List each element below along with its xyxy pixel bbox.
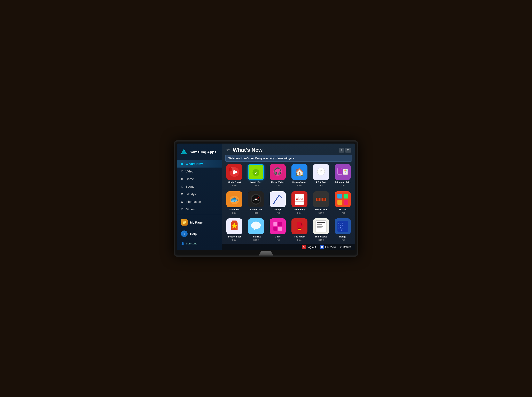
app-item-puzzle[interactable]: PuzzleFree: [333, 191, 353, 217]
app-item-best-of-best[interactable]: Best of BestFree: [225, 218, 244, 244]
sidebar-item-others[interactable]: Others: [177, 205, 222, 213]
app-item-movie-chart[interactable]: Movie ChartFree: [225, 164, 244, 189]
app-item-dictionary[interactable]: abcDictionaryFree: [290, 191, 309, 217]
logout-label: Log-out: [307, 245, 316, 248]
app-item-pride-pri[interactable]: 🃏Pride and Pri...Free: [333, 164, 353, 189]
app-icon-title-match: 🥊: [291, 218, 307, 234]
main-header: ☆ What's New ≡ ⊞: [222, 143, 355, 155]
app-icon-graphic-home-center: 🏠: [291, 164, 307, 180]
app-name-home-center: Home Center: [292, 181, 306, 184]
app-name-movie-chart: Movie Chart: [228, 181, 241, 184]
app-item-topic-news[interactable]: Topic News$4.99: [311, 218, 331, 244]
list-view-button[interactable]: B List View: [320, 245, 336, 249]
app-icon-talk-box: [248, 218, 264, 234]
sidebar-item-video[interactable]: Video: [177, 167, 222, 175]
svg-point-19: [321, 171, 322, 173]
app-icon-pga-golf: [313, 164, 329, 180]
app-price-topic-news: $4.99: [318, 239, 324, 241]
logout-button[interactable]: A Log-out: [302, 245, 316, 249]
svg-point-44: [317, 198, 320, 201]
app-icon-graphic-title-match: 🥊: [291, 218, 307, 234]
app-price-movie-chart: Free: [232, 185, 237, 187]
app-name-puzzle: Puzzle: [339, 208, 346, 211]
sidebar-item-help[interactable]: ? Help: [177, 228, 222, 240]
app-item-title-match[interactable]: 🥊Title MatchFree: [290, 218, 309, 244]
svg-text:♪: ♪: [255, 169, 257, 175]
svg-rect-49: [337, 200, 342, 205]
app-item-design[interactable]: DesignFree: [268, 191, 288, 217]
app-item-world-tour[interactable]: World Tour$2.99: [311, 191, 331, 217]
app-price-world-tour: $2.99: [318, 212, 324, 214]
app-item-cube[interactable]: CubeFree: [268, 218, 288, 244]
sidebar-header: Samsung Apps: [177, 147, 222, 160]
svg-text:abc: abc: [296, 196, 303, 201]
app-item-fishbowl[interactable]: 🐟FishbowlFree: [225, 191, 244, 217]
app-price-title-match: Free: [298, 239, 302, 241]
list-view-toggle[interactable]: ≡: [339, 148, 344, 153]
app-icon-movie-chart: [226, 164, 242, 180]
return-label: Return: [343, 245, 351, 248]
app-name-cube: Cube: [275, 236, 281, 238]
svg-text:🏠: 🏠: [295, 168, 304, 177]
app-item-pga-golf[interactable]: PGA GolfFree: [311, 164, 331, 189]
app-item-talk-box[interactable]: Talk Box$0.99: [246, 218, 266, 244]
svg-rect-62: [278, 227, 282, 231]
sidebar: Samsung Apps What's NewVideoGameSportsLi…: [177, 143, 222, 250]
app-item-music-video[interactable]: 🎧Music VideoFree: [268, 164, 288, 189]
svg-rect-48: [344, 194, 348, 198]
app-icon-graphic-design: [270, 191, 286, 207]
return-icon: ↩: [340, 245, 342, 248]
app-icon-graphic-world-tour: [313, 191, 329, 207]
sidebar-item-sports[interactable]: Sports: [177, 183, 222, 190]
app-item-home-center[interactable]: 🏠Home CenterFree: [290, 164, 309, 189]
app-icon-graphic-speed-test: [248, 191, 264, 207]
app-price-speed-test: Free: [254, 212, 258, 214]
app-price-fishbowl: Free: [232, 212, 237, 214]
tv-stand-neck: [254, 251, 278, 255]
app-price-cube: Free: [276, 239, 280, 241]
help-question-mark: ?: [184, 232, 185, 236]
sidebar-item-game[interactable]: Game: [177, 175, 222, 183]
nav-dot: [181, 201, 183, 203]
app-price-pride-pri: Free: [341, 185, 345, 187]
a-badge: A: [302, 245, 306, 249]
app-icon-graphic-range: 1 2 34 5 67 8 90: [335, 218, 351, 234]
nav-list: What's NewVideoGameSportsLifestyleInform…: [177, 160, 222, 213]
app-item-speed-test[interactable]: Speed TestFree: [246, 191, 266, 217]
app-icon-graphic-music-video: 🎧: [270, 164, 286, 180]
sidebar-item-lifestyle[interactable]: Lifestyle: [177, 190, 222, 198]
nav-divider: [177, 215, 222, 215]
app-name-pga-golf: PGA Golf: [316, 181, 326, 184]
sidebar-item-information[interactable]: Information: [177, 198, 222, 205]
nav-label: Information: [185, 200, 201, 203]
svg-rect-58: [270, 218, 286, 234]
app-price-home-center: Free: [298, 185, 302, 187]
nav-dot: [181, 208, 183, 210]
app-name-music-video: Music Video: [271, 181, 284, 184]
svg-rect-70: [317, 228, 322, 229]
svg-rect-59: [273, 222, 277, 226]
list-view-label: List View: [325, 245, 336, 248]
svg-rect-50: [344, 200, 348, 205]
grid-view-toggle[interactable]: ⊞: [345, 148, 351, 153]
nav-label: What's New: [185, 162, 203, 166]
app-icon-graphic-pride-pri: 🃏: [335, 164, 351, 180]
svg-rect-60: [278, 222, 282, 226]
my-page-icon: 📁: [181, 219, 188, 226]
nav-label: Others: [185, 208, 195, 211]
svg-point-18: [321, 170, 323, 171]
sidebar-item-my-page[interactable]: 📁 My Page: [177, 217, 222, 228]
app-item-range[interactable]: 1 2 34 5 67 8 90RangeFree: [333, 218, 353, 244]
app-price-talk-box: $0.99: [253, 239, 259, 241]
svg-rect-41: [313, 191, 329, 207]
app-icon-speed-test: [248, 191, 264, 207]
app-name-world-tour: World Tour: [315, 208, 327, 211]
apps-grid: Movie ChartFree♪Music Box$4.99🎧Music Vid…: [222, 164, 355, 244]
sidebar-item-whats-new[interactable]: What's New: [177, 160, 222, 167]
app-name-dictionary: Dictionary: [294, 208, 305, 211]
app-item-music-box[interactable]: ♪Music Box$4.99: [246, 164, 266, 189]
app-price-best-of-best: Free: [232, 239, 237, 241]
return-button[interactable]: ↩ Return: [340, 245, 351, 248]
nav-dot: [181, 193, 183, 195]
svg-text:🥊: 🥊: [294, 222, 304, 231]
